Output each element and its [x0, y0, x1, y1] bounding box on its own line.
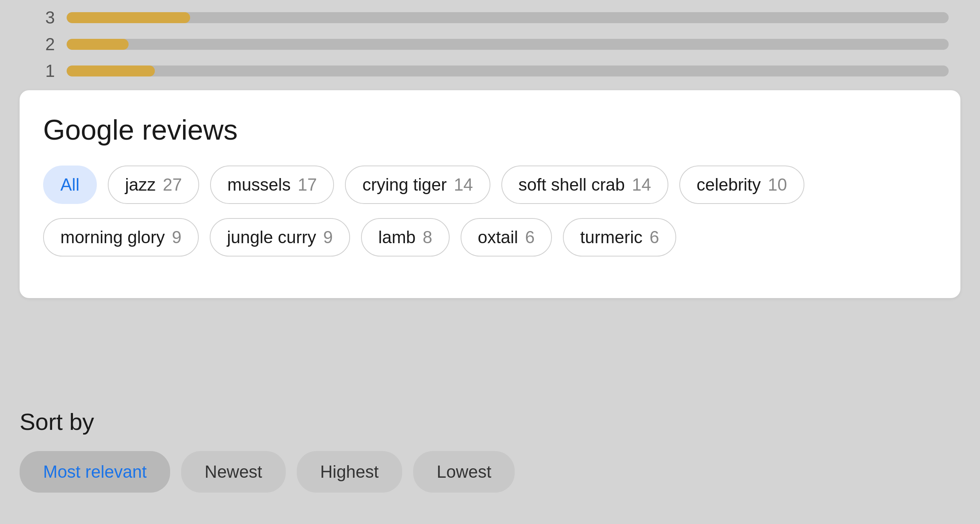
tag-count-turmeric: 6: [650, 227, 659, 247]
tag-chip-turmeric[interactable]: turmeric 6: [563, 218, 676, 257]
sort-btn-highest[interactable]: Highest: [297, 451, 402, 493]
tag-name-soft-shell-crab: soft shell crab: [519, 175, 625, 195]
reviews-title: Google reviews: [43, 114, 937, 146]
tag-chip-all[interactable]: All: [43, 166, 97, 204]
tag-count-morning-glory: 9: [172, 227, 181, 247]
tag-name-jungle-curry: jungle curry: [227, 227, 316, 247]
tag-name-turmeric: turmeric: [580, 227, 642, 247]
tag-name-crying-tiger: crying tiger: [362, 175, 446, 195]
tag-name-morning-glory: morning glory: [60, 227, 165, 247]
sort-title: Sort by: [20, 408, 960, 435]
tag-chip-morning-glory[interactable]: morning glory 9: [43, 218, 199, 257]
bar-container-2: [67, 39, 949, 50]
tag-name-celebrity: celebrity: [697, 175, 761, 195]
tag-name-mussels: mussels: [227, 175, 290, 195]
bar-fill-1: [67, 66, 155, 76]
tags-row-1: All jazz 27 mussels 17 crying tiger 14 s…: [43, 166, 937, 204]
bar-container-1: [67, 66, 949, 76]
bar-fill-3: [67, 12, 190, 23]
bar-fill-2: [67, 39, 129, 50]
tag-count-mussels: 17: [298, 175, 317, 195]
rating-label-2: 2: [31, 35, 55, 54]
tag-chip-oxtail[interactable]: oxtail 6: [461, 218, 552, 257]
tag-count-celebrity: 10: [768, 175, 787, 195]
tags-row-2: morning glory 9 jungle curry 9 lamb 8 ox…: [43, 218, 937, 257]
tag-chip-soft-shell-crab[interactable]: soft shell crab 14: [501, 166, 668, 204]
reviews-card: Google reviews All jazz 27 mussels 17 cr…: [20, 90, 960, 298]
sort-btn-lowest[interactable]: Lowest: [413, 451, 515, 493]
tag-name-lamb: lamb: [378, 227, 416, 247]
rating-bars-section: 3 2 1: [0, 0, 980, 90]
rating-row-1: 1: [31, 61, 949, 81]
tag-name-jazz: jazz: [125, 175, 156, 195]
sort-btn-newest[interactable]: Newest: [181, 451, 286, 493]
tag-chip-jungle-curry[interactable]: jungle curry 9: [210, 218, 350, 257]
tag-count-jungle-curry: 9: [323, 227, 332, 247]
tag-name-all: All: [60, 175, 80, 195]
sort-btn-most-relevant[interactable]: Most relevant: [20, 451, 170, 493]
tag-count-oxtail: 6: [525, 227, 535, 247]
tag-chip-crying-tiger[interactable]: crying tiger 14: [345, 166, 490, 204]
tag-count-soft-shell-crab: 14: [632, 175, 651, 195]
sort-buttons: Most relevant Newest Highest Lowest: [20, 451, 960, 493]
tag-chip-lamb[interactable]: lamb 8: [361, 218, 450, 257]
tag-chip-mussels[interactable]: mussels 17: [210, 166, 334, 204]
rating-row-2: 2: [31, 35, 949, 54]
tag-chip-celebrity[interactable]: celebrity 10: [679, 166, 804, 204]
tag-chip-jazz[interactable]: jazz 27: [108, 166, 199, 204]
rating-row-3: 3: [31, 8, 949, 27]
tag-count-lamb: 8: [423, 227, 432, 247]
rating-label-3: 3: [31, 8, 55, 27]
rating-label-1: 1: [31, 61, 55, 81]
tag-count-jazz: 27: [163, 175, 182, 195]
tag-name-oxtail: oxtail: [478, 227, 518, 247]
sort-section: Sort by Most relevant Newest Highest Low…: [20, 408, 960, 493]
tag-count-crying-tiger: 14: [454, 175, 473, 195]
bar-container-3: [67, 12, 949, 23]
